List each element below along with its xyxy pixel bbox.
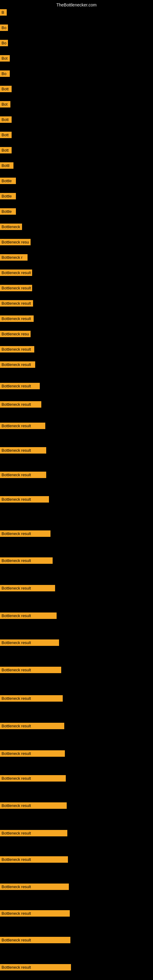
bottleneck-result-item: Bottleneck result: [0, 361, 35, 368]
bottleneck-result-item: Bottleneck result: [0, 557, 53, 564]
bottleneck-result-item: Bottleneck result: [0, 640, 59, 646]
bottleneck-result-item: Bottleneck result: [0, 937, 70, 943]
bottleneck-result-item: Bottleneck result: [0, 530, 51, 537]
bottleneck-result-item: Bottleneck result: [0, 285, 32, 291]
bottleneck-result-item: Bottleneck result: [0, 750, 65, 757]
bottleneck-result-item: Bottleneck result: [0, 964, 71, 970]
bottleneck-result-item: Bottleneck result: [0, 775, 66, 781]
bottleneck-result-item: Bottleneck result: [0, 383, 40, 389]
bottleneck-result-item: Bottleneck result: [0, 346, 34, 353]
bottleneck-result-item: Bottleneck result: [0, 830, 67, 836]
bottleneck-result-item: Bottl: [0, 162, 13, 169]
bottleneck-result-item: Bottleneck result: [0, 910, 70, 916]
bottleneck-result-item: Bottleneck result: [0, 315, 33, 322]
bottleneck-result-item: Bottle: [0, 193, 16, 199]
bottleneck-result-item: Bo: [0, 70, 10, 77]
bottleneck-result-item: Bott: [0, 86, 12, 92]
bottleneck-result-item: Bott: [0, 116, 12, 123]
bottleneck-result-item: Bottleneck resu: [0, 331, 30, 337]
bottleneck-result-item: Bottleneck result: [0, 401, 41, 407]
bottleneck-result-item: Bottle: [0, 178, 16, 184]
bottleneck-result-item: Bottleneck result: [0, 695, 63, 702]
bottleneck-result-item: Bo: [0, 24, 8, 31]
bottleneck-result-item: Bottleneck result: [0, 447, 46, 453]
bottleneck-result-item: Bottleneck result: [0, 472, 46, 478]
bottleneck-result-item: Bottleneck result: [0, 269, 32, 276]
bottleneck-result-item: Bottleneck resu: [0, 239, 30, 245]
bottleneck-result-item: Bottleneck result: [0, 612, 57, 619]
bottleneck-result-item: Bottleneck r: [0, 254, 27, 261]
bottleneck-result-item: Bottleneck result: [0, 883, 69, 890]
bottleneck-result-item: Bot: [0, 101, 10, 108]
bottleneck-result-item: B: [0, 9, 7, 16]
bottleneck-result-item: Bott: [0, 147, 12, 153]
bottleneck-result-item: Bottleneck result: [0, 667, 61, 673]
bottleneck-result-item: Bott: [0, 132, 12, 138]
bottleneck-result-item: Bottleneck result: [0, 723, 64, 729]
bottleneck-result-item: Bottleneck result: [0, 423, 45, 429]
bottleneck-result-item: Bo: [0, 40, 8, 46]
bottleneck-result-item: Bottle: [0, 208, 16, 215]
bottleneck-result-item: Bottleneck: [0, 224, 22, 230]
site-title: TheBottlenecker.com: [0, 0, 153, 10]
bottleneck-result-item: Bottleneck result: [0, 802, 67, 809]
bottleneck-result-item: Bottleneck result: [0, 300, 33, 307]
bottleneck-result-item: Bot: [0, 55, 10, 62]
bottleneck-result-item: Bottleneck result: [0, 496, 49, 503]
bottleneck-result-item: Bottleneck result: [0, 856, 68, 863]
bottleneck-result-item: Bottleneck result: [0, 585, 55, 591]
